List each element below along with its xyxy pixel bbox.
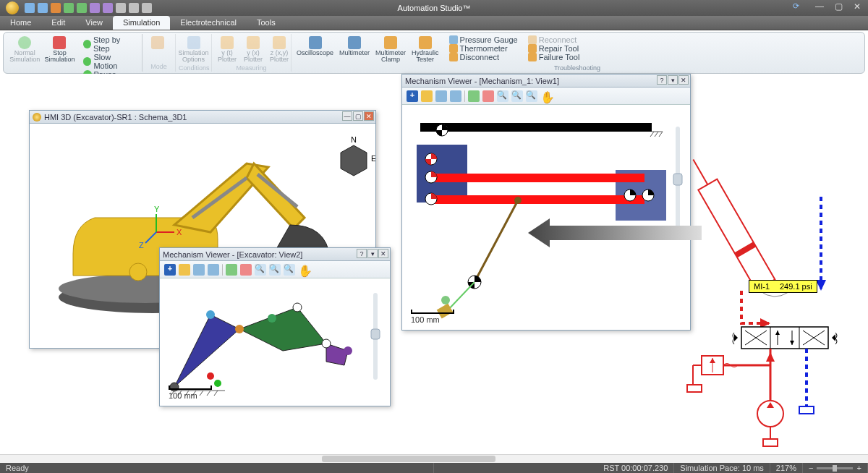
svg-point-55 (514, 197, 522, 204)
svg-rect-46 (435, 174, 644, 182)
normal-simulation-button[interactable]: Normal Simulation (8, 35, 41, 64)
panel-close-icon[interactable]: ✕ (378, 249, 388, 258)
pressure-gauge-button[interactable]: Pressure Gauge (447, 35, 520, 44)
multimeter-button[interactable]: Multimeter (337, 35, 372, 57)
hydraulic-tester-button[interactable]: Hydraulic Tester (409, 35, 441, 64)
repair-tool-button[interactable]: Repair Tool (526, 44, 582, 53)
mechanism-viewer-1[interactable]: Mechanism Viewer - [Mechanism_1: View1] … (401, 74, 691, 331)
panel-pin-icon[interactable]: ▾ (367, 249, 378, 258)
ribbon: Normal Simulation Stop Simulation Step b… (3, 32, 865, 74)
help-icon[interactable]: ⟳ (793, 1, 799, 11)
tab-edit[interactable]: Edit (41, 16, 75, 30)
mech2-title: Mechanism Viewer - [Excavator: View2] (163, 250, 302, 259)
tab-simulation[interactable]: Simulation (113, 16, 170, 30)
svg-point-22 (268, 314, 276, 323)
mechanism-viewer-2[interactable]: Mechanism Viewer - [Excavator: View2] ?▾… (159, 247, 391, 406)
panel-close-icon[interactable]: ✕ (364, 111, 374, 121)
thermometer-button[interactable]: Thermometer (447, 44, 520, 53)
svg-marker-81 (766, 352, 775, 362)
svg-text:X: X (176, 228, 182, 236)
yx-plotter-button[interactable]: y (x) Plotter (241, 35, 265, 64)
svg-line-65 (693, 160, 707, 185)
status-bar: Ready RST 00:00:07.230 Simulation Pace: … (0, 463, 868, 473)
disconnect-button[interactable]: Disconnect (447, 53, 520, 61)
title-bar: Automation Studio™ — ▢ ✕ ⟳ (0, 0, 868, 16)
svg-point-20 (206, 310, 215, 319)
mech1-toolbar[interactable]: + 🔍🔍🔍 ✋ (402, 88, 690, 105)
simulation-options-button[interactable]: Simulation Options (179, 35, 208, 64)
slow-motion-button[interactable]: Slow Motion (81, 53, 139, 70)
mech1-title: Mechanism Viewer - [Mechanism_1: View1] (405, 77, 559, 85)
status-pace: Simulation Pace: 10 ms (674, 463, 770, 473)
tab-view[interactable]: View (75, 16, 113, 30)
svg-point-23 (293, 303, 302, 312)
workspace: HMI 3D (Excavator)-SR1 : Schema_3D1 —▢✕ … (0, 74, 868, 463)
svg-text:E: E (371, 154, 375, 163)
svg-point-59 (441, 296, 450, 304)
svg-text:Z: Z (139, 241, 144, 250)
panel-help-icon[interactable]: ? (357, 249, 367, 258)
mech2-toolbar[interactable]: + 🔍🔍🔍 ✋ (160, 261, 390, 278)
svg-text:N: N (351, 135, 357, 144)
minimize-button[interactable]: — (810, 0, 829, 13)
svg-point-24 (322, 339, 331, 348)
svg-rect-37 (371, 329, 380, 339)
svg-point-21 (235, 325, 244, 333)
ribbon-tabs: Home Edit View Simulation Electrotechnic… (0, 16, 868, 30)
h-scrollbar[interactable] (0, 454, 868, 463)
tab-tools[interactable]: Tools (247, 16, 286, 30)
svg-point-27 (214, 380, 221, 387)
panel-max-icon[interactable]: ▢ (353, 111, 363, 121)
svg-marker-85 (710, 358, 715, 363)
stop-simulation-button[interactable]: Stop Simulation (43, 35, 76, 64)
step-by-step-button[interactable]: Step by Step (81, 35, 139, 53)
zxy-plotter-button[interactable]: z (x,y) Plotter (267, 35, 292, 64)
svg-rect-63 (698, 179, 775, 291)
svg-rect-69 (741, 327, 828, 349)
status-zoom: 217% (770, 463, 803, 473)
panel-close-icon[interactable]: ✕ (678, 75, 689, 85)
failure-tool-button[interactable]: Failure Tool (526, 53, 582, 61)
hmi-title: HMI 3D (Excavator)-SR1 : Schema_3D1 (44, 113, 187, 122)
reconnect-button[interactable]: Reconnect (526, 35, 582, 44)
zoom-slider[interactable]: −+ (803, 463, 868, 473)
panel-help-icon[interactable]: ? (657, 75, 667, 85)
tab-electrotechnical[interactable]: Electrotechnical (170, 16, 247, 30)
close-button[interactable]: ✕ (848, 0, 867, 13)
panel-min-icon[interactable]: — (342, 111, 352, 121)
app-icon (6, 1, 19, 14)
svg-text:Y: Y (154, 205, 160, 213)
svg-point-26 (207, 372, 214, 380)
maximize-button[interactable]: ▢ (829, 0, 848, 13)
svg-rect-47 (435, 195, 644, 204)
hydraulic-schematic (658, 146, 861, 450)
svg-marker-90 (767, 402, 774, 408)
svg-point-6 (129, 263, 147, 281)
multimeter-clamp-button[interactable]: Multimeter Clamp (373, 35, 408, 64)
panel-pin-icon[interactable]: ▾ (668, 75, 678, 85)
svg-point-25 (344, 346, 352, 355)
tab-home[interactable]: Home (0, 16, 41, 30)
svg-rect-64 (734, 242, 756, 257)
app-title: Automation Studio™ (398, 4, 471, 12)
yt-plotter-button[interactable]: y (t) Plotter (215, 35, 239, 64)
svg-marker-66 (816, 280, 826, 291)
status-ready: Ready (0, 463, 434, 473)
quick-access-toolbar[interactable] (25, 3, 152, 13)
measurement-annotation: MI-1249.1 psi (749, 280, 817, 293)
oscilloscope-button[interactable]: Oscilloscope (294, 35, 336, 57)
status-rst: RST 00:00:07.230 (597, 463, 674, 473)
svg-rect-39 (420, 123, 652, 132)
